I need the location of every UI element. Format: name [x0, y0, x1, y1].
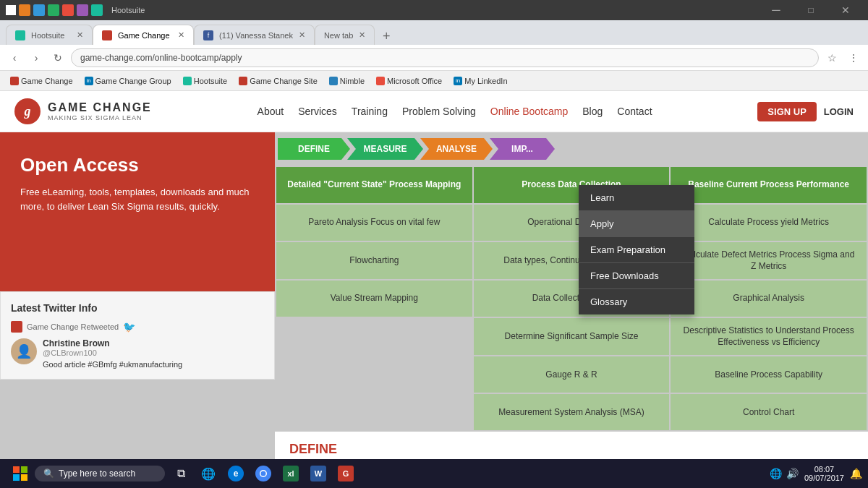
forward-button[interactable]: ›	[27, 49, 45, 67]
tweet-text-content: Good article #GBmfg #ukmanufacturing	[43, 360, 182, 369]
main-content: Open Access Free eLearning, tools, templ…	[0, 132, 868, 485]
grid-cell-empty-2	[276, 356, 472, 393]
taskbar-word[interactable]: W	[305, 461, 331, 487]
bookmark-gcsite[interactable]: Game Change Site	[234, 75, 322, 87]
bookmark-gamechange[interactable]: Game Change	[6, 75, 77, 87]
taskbar-chrome[interactable]	[250, 461, 276, 487]
nav-online-bootcamp[interactable]: Online Bootcamp	[490, 103, 568, 120]
site-header: g GAME CHANGE MAKING SIX SIGMA LEAN Abou…	[0, 91, 868, 132]
define-section-title: DEFINE	[289, 442, 854, 457]
bookmark-gcgroup[interactable]: in Game Change Group	[80, 75, 176, 87]
tweet-user-row: 👤 Christine Brown @CLBrown100 Good artic…	[11, 338, 264, 369]
bookmark-label-h: Hootsuite	[194, 77, 227, 85]
settings-button[interactable]: ⋮	[845, 49, 862, 67]
nav-services[interactable]: Services	[298, 103, 337, 120]
phase-analyse[interactable]: ANALYSE	[420, 138, 493, 160]
main-nav: About Services Training Problem Solving …	[258, 103, 652, 120]
tab-close-hootsuite[interactable]: ✕	[77, 30, 83, 40]
dropdown-apply[interactable]: Apply	[579, 211, 694, 237]
refresh-button[interactable]: ↻	[49, 49, 67, 67]
nav-blog[interactable]: Blog	[582, 103, 603, 120]
bookmark-label-gcg: Game Change Group	[95, 77, 171, 85]
grid-cell-msa[interactable]: Measurement System Analysis (MSA)	[474, 394, 670, 430]
start-button[interactable]	[6, 459, 35, 488]
network-icon[interactable]: 🌐	[770, 468, 782, 479]
time-display: 08:07 09/07/2017	[804, 465, 844, 482]
grid-cell-baseline-header[interactable]: Baseline Current Process Performance	[671, 167, 867, 203]
nav-training[interactable]: Training	[352, 103, 388, 120]
taskbar-edge[interactable]: e	[223, 461, 249, 487]
tab-close-vanessa[interactable]: ✕	[299, 30, 305, 40]
dropdown-learn[interactable]: Learn	[579, 185, 694, 211]
grid-cell-pareto[interactable]: Pareto Analysis Focus on vital few	[276, 205, 472, 241]
app-icon-5	[77, 4, 88, 16]
bookmark-linkedin[interactable]: in My LinkedIn	[449, 75, 511, 87]
grid-cell-process-capability[interactable]: Baseline Process Capability	[671, 356, 867, 393]
taskbar-search[interactable]: 🔍 Type here to search	[35, 466, 165, 481]
taskbar-extra[interactable]: G	[333, 461, 359, 487]
bookmark-hootsuite[interactable]: Hootsuite	[179, 75, 231, 87]
sound-icon[interactable]: 🔊	[786, 468, 799, 479]
address-bar[interactable]: game-change.com/online-bootcamp/apply	[71, 48, 819, 67]
active-tab-title: Hootsuite	[111, 6, 145, 14]
window-controls[interactable]: ─ □ ✕	[760, 0, 862, 20]
grid-cell-graphical-analysis[interactable]: Graphical Analysis	[671, 281, 867, 317]
clock-time: 08:07	[804, 465, 844, 474]
grid-cell-defect-metrics[interactable]: Calculate Defect Metrics Process Sigma a…	[671, 242, 867, 279]
phase-define[interactable]: DEFINE	[278, 138, 350, 160]
close-button[interactable]: ✕	[829, 0, 862, 20]
dropdown-free-downloads[interactable]: Free Downloads	[579, 263, 694, 289]
tab-favicon-hootsuite	[15, 30, 25, 40]
svg-point-6	[261, 471, 266, 476]
nav-about[interactable]: About	[258, 103, 284, 120]
tab-label-newtab: New tab	[324, 31, 353, 40]
maximize-button[interactable]: □	[794, 0, 827, 20]
bookmarks-bar: Game Change in Game Change Group Hootsui…	[0, 71, 868, 91]
grid-cell-vsm[interactable]: Value Stream Mapping	[276, 281, 472, 317]
back-button[interactable]: ‹	[6, 49, 23, 67]
bookmark-button[interactable]: ☆	[823, 49, 841, 67]
edge-icon: e	[228, 466, 244, 481]
bookmark-nimble[interactable]: Nimble	[325, 75, 369, 87]
dropdown-glossary[interactable]: Glossary	[579, 289, 694, 314]
tab-close-newtab[interactable]: ✕	[359, 30, 365, 40]
grid-cell-flowchart[interactable]: Flowcharting	[276, 242, 472, 279]
grid-cell-define-header[interactable]: Detailed "Current State" Process Mapping	[276, 167, 472, 203]
signup-button[interactable]: SIGN UP	[757, 102, 816, 121]
nav-problem-solving[interactable]: Problem Solving	[402, 103, 476, 120]
notifications-button[interactable]: 🔔	[850, 468, 862, 479]
tab-vanessa[interactable]: f (11) Vanessa Stanek ✕	[194, 25, 315, 45]
dropdown-exam-prep[interactable]: Exam Preparation	[579, 237, 694, 263]
bookmark-icon-li: in	[454, 77, 462, 85]
login-button[interactable]: LOGIN	[824, 106, 854, 117]
grid-cell-gauge-rr[interactable]: Gauge R & R	[474, 356, 670, 393]
grid-cell-control-chart[interactable]: Control Chart	[671, 394, 867, 430]
nav-contact[interactable]: Contact	[617, 103, 652, 120]
grid-cell-empty-3	[276, 394, 472, 430]
online-bootcamp-dropdown: Learn Apply Exam Preparation Free Downlo…	[579, 185, 694, 314]
tab-hootsuite[interactable]: Hootsuite ✕	[6, 25, 93, 45]
minimize-button[interactable]: ─	[760, 0, 793, 20]
tab-gamechange[interactable]: Game Change ✕	[93, 25, 194, 45]
tab-newtab[interactable]: New tab ✕	[315, 25, 375, 45]
tab-close-gamechange[interactable]: ✕	[178, 30, 184, 40]
grid-cell-process-yield[interactable]: Calculate Process yield Metrics	[671, 205, 867, 241]
chrome-icon	[255, 466, 271, 481]
grid-cell-descriptive-stats[interactable]: Descriptive Statistics to Understand Pro…	[671, 318, 867, 355]
taskbar-task-view[interactable]: ⧉	[168, 461, 194, 487]
bookmark-msoffice[interactable]: Microsoft Office	[372, 75, 446, 87]
taskbar-right: 🌐 🔊 08:07 09/07/2017 🔔	[770, 465, 862, 482]
taskbar: 🔍 Type here to search ⧉ 🌐 e xl W G	[0, 459, 868, 488]
svg-rect-1	[21, 466, 27, 473]
phase-measure[interactable]: MEASURE	[347, 138, 423, 160]
grid-cell-sample-size[interactable]: Determine Significant Sample Size	[474, 318, 670, 355]
taskbar-ie[interactable]: 🌐	[195, 461, 221, 487]
taskbar-excel[interactable]: xl	[278, 461, 304, 487]
bookmark-icon-n	[329, 77, 338, 85]
retweet-text: Game Change Retweeted	[27, 322, 119, 331]
logo-letter: g	[25, 104, 31, 119]
svg-rect-3	[21, 474, 27, 481]
new-tab-button[interactable]: +	[378, 27, 395, 45]
excel-icon: xl	[283, 466, 299, 481]
phase-improve[interactable]: IMP...	[490, 138, 555, 160]
